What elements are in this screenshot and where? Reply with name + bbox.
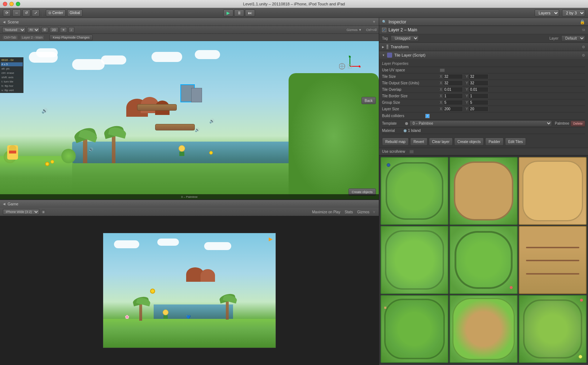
device-select[interactable]: iPhone Wide (3:2) [3, 209, 39, 215]
tile-overlap-x-input[interactable] [443, 87, 463, 92]
cloud-2 [36, 48, 58, 57]
tile-border-y-input[interactable] [469, 93, 488, 99]
tile-8[interactable] [449, 295, 517, 363]
use-uv-toggle[interactable] [440, 68, 445, 72]
stats-btn[interactable]: Stats [345, 210, 353, 214]
rotate-tool-btn[interactable]: ↺ [22, 9, 30, 17]
pause-btn[interactable]: ⏸ [234, 9, 244, 17]
object-active-checkbox[interactable] [382, 28, 386, 32]
tile-size-y-input[interactable] [469, 74, 488, 79]
transform-tool-btn[interactable]: ⟳ [3, 9, 11, 17]
ctrl-tab-hint: Ctrl+Tab [2, 35, 18, 40]
device-aspect-btn[interactable]: ⊕ [41, 209, 46, 214]
group-size-y-input[interactable] [469, 100, 488, 105]
create-objects-btn[interactable]: Create objects [454, 138, 484, 146]
tile-border-x-input[interactable] [443, 93, 463, 99]
scrollview-checkbox[interactable] [409, 150, 414, 153]
game-character [163, 310, 168, 319]
tile-overlap-row: Tile Overlap X Y [382, 86, 585, 93]
tile-6[interactable] [519, 226, 587, 294]
tile-1[interactable] [381, 157, 448, 225]
tile-overlap-y-input[interactable] [469, 87, 488, 92]
inspector-lock-btn[interactable]: 🔒 [580, 19, 585, 25]
scene-light-btn[interactable]: ☀ [60, 27, 67, 33]
gizmos-label: Gizmos ▼ [347, 28, 362, 32]
inspector-header: 🔍 Inspector 🔒 [379, 18, 588, 26]
layer-size-label: Layer Size [382, 107, 440, 111]
center-toggle-btn[interactable]: ⊙ Center [46, 9, 66, 17]
tile-4[interactable] [381, 226, 448, 294]
scene-option-btn[interactable]: ⚙ [41, 27, 48, 33]
transform-header[interactable]: ▶ Transform ⚙ [379, 43, 588, 51]
template-delete-btn[interactable]: Delete [571, 121, 585, 126]
maximize-on-play-btn[interactable]: Maximize on Play [312, 210, 340, 214]
scene-audio-btn[interactable]: ♪ [69, 27, 75, 33]
group-size-x-input[interactable] [443, 100, 463, 105]
tile-size-x-input[interactable] [443, 74, 463, 79]
tile-palette-container [379, 156, 588, 364]
build-colliders-checkbox[interactable] [425, 114, 430, 118]
cloud-3 [72, 59, 105, 70]
layer-size-y-input[interactable] [469, 106, 488, 112]
tile-layer-component: ▼ Tile Layer (Script) ⚙ Layer Properties… [379, 51, 588, 156]
layer-select[interactable]: Default [561, 35, 585, 41]
tile-9[interactable] [519, 295, 587, 363]
tile-layer-expand-btn[interactable]: ⚙ [582, 53, 585, 57]
ground-right [289, 73, 379, 199]
tile-layer-properties: Layer Properties Use UV space Tile Size … [379, 59, 588, 135]
inspector-body: Layer 2 – Main St Tag Untagged Layer Def… [379, 26, 588, 365]
render-mode-select[interactable]: Textured [2, 27, 26, 33]
layer-label: Layer [549, 36, 558, 40]
game-mountain-2 [201, 269, 215, 282]
color-mode-select[interactable]: RGB [27, 27, 40, 33]
back-btn[interactable]: Back [361, 97, 376, 104]
tile-output-y-label: Y [466, 81, 468, 85]
tile-overlap-y-label: Y [466, 88, 468, 92]
clear-layer-btn[interactable]: Clear layer [429, 138, 453, 146]
scene-viewport[interactable]: 🔊 🔊 🔊 🔊 [0, 41, 379, 199]
global-toggle-btn[interactable]: Global [67, 9, 83, 17]
tile-2[interactable] [449, 157, 517, 225]
close-btn[interactable] [3, 2, 7, 6]
shortcut-row-6: h: flip hor [1, 84, 23, 88]
cloud-4 [101, 55, 126, 64]
maximize-btn[interactable] [16, 2, 20, 6]
tile-3[interactable] [519, 157, 587, 225]
scene-collapse-btn[interactable]: ▼ [372, 20, 376, 24]
character-right [177, 145, 187, 158]
scale-tool-btn[interactable]: ⤢ [32, 9, 40, 17]
transform-expand-btn[interactable]: ⚙ [582, 45, 585, 49]
build-colliders-label: Build colliders [382, 114, 425, 118]
use-uv-space-row: Use UV space [382, 67, 585, 74]
step-btn[interactable]: ⏭ [245, 9, 255, 17]
layer-tab[interactable]: Layer 2 - Main [20, 35, 45, 40]
minimize-btn[interactable] [9, 2, 14, 6]
tile-5[interactable] [449, 226, 517, 294]
play-btn[interactable]: ▶ [223, 9, 233, 17]
edit-tiles-btn[interactable]: Edit Tiles [505, 138, 526, 146]
tile-border-row: Tile Border Size X Y [382, 93, 585, 99]
tag-select[interactable]: Untagged [391, 35, 419, 41]
template-select[interactable]: 0 – Palmtree [409, 120, 552, 126]
rebuild-map-btn[interactable]: Rebuild map [382, 138, 409, 146]
layer-size-x-input[interactable] [443, 106, 463, 112]
layers-select[interactable]: Layers [535, 9, 559, 17]
keep-playmode-btn[interactable]: Keep Playmode Changes [49, 35, 93, 40]
tile-output-x-input[interactable] [443, 80, 463, 86]
layout-select[interactable]: 2 by 3 [562, 9, 585, 17]
scene-panel: ◀ Scene ▼ Textured RGB ⚙ 2D ☀ ♪ Gizmos ▼… [0, 18, 379, 200]
revert-btn[interactable]: Revert [410, 138, 427, 146]
char2-head [179, 145, 185, 152]
tile-output-y-input[interactable] [469, 80, 488, 86]
shortcut-row-1: 4 x 5 [1, 62, 23, 67]
move-tool-btn[interactable]: ↔ [12, 9, 21, 17]
palm-trunk-1 [83, 134, 87, 163]
scene-2d-btn[interactable]: 2D [50, 27, 58, 33]
character-left [7, 145, 18, 160]
padder-btn[interactable]: Padder [485, 138, 503, 146]
tile-layer-header[interactable]: ▼ Tile Layer (Script) ⚙ [379, 51, 588, 59]
game-gizmos-btn[interactable]: Gizmos [357, 210, 369, 214]
tile-7[interactable] [381, 295, 448, 363]
game-palm-2 [226, 298, 229, 320]
tile-size-y-label: Y [466, 75, 468, 79]
